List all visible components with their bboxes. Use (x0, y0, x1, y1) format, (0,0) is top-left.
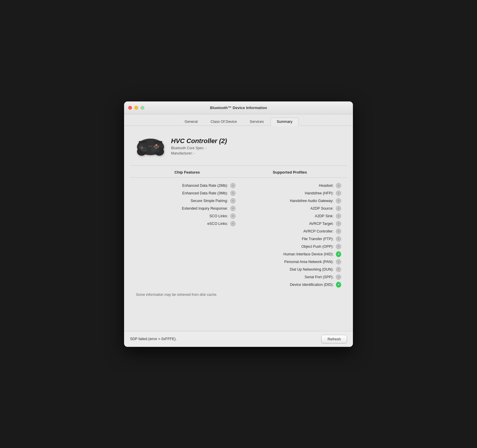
feature-label: Object Push (OPP): (301, 245, 334, 249)
list-item: Personal Area Network (PAN): ✕ (239, 258, 344, 265)
status-x-icon: ✕ (230, 206, 236, 211)
status-icon: ✕ (230, 213, 236, 219)
window: Bluetooth™ Device Information General Cl… (124, 101, 353, 347)
supported-profiles-column: Headset: ✕ Handsfree (HFP): ✕ Handsfree … (239, 182, 344, 288)
feature-label: Human Interface Device (HID): (283, 252, 334, 256)
supported-profiles-header: Supported Profiles (239, 170, 341, 174)
status-icon: ✕ (336, 259, 341, 264)
list-item: Enhanced Data Rate (3Mb): ✕ (133, 190, 239, 197)
list-item: A2DP Sink: ✕ (239, 213, 344, 220)
device-header: HVC Controller (2) Bluetooth Core Spec: … (130, 132, 347, 164)
status-icon: ✕ (336, 244, 341, 249)
list-item: Extended Inquiry Response: ✕ (133, 205, 239, 212)
status-icon: ✕ (336, 206, 341, 211)
list-item: SCO Links: ✕ (133, 213, 239, 220)
svg-point-14 (143, 148, 146, 151)
svg-point-8 (157, 145, 159, 147)
status-icon: ✓ (336, 282, 341, 287)
list-item: File Transfer (FTP): ✕ (239, 235, 344, 242)
divider2 (130, 177, 347, 178)
feature-label: A2DP Sink: (315, 214, 334, 218)
content-area: HVC Controller (2) Bluetooth Core Spec: … (124, 126, 353, 331)
traffic-lights (128, 106, 144, 110)
status-x-icon: ✕ (336, 221, 341, 226)
list-item: Serial Port (SPP): ✕ (239, 274, 344, 281)
list-item: Handsfree (HFP): ✕ (239, 190, 344, 197)
status-x-icon: ✕ (230, 198, 236, 203)
svg-point-16 (152, 148, 155, 151)
tab-summary[interactable]: Summary (270, 118, 298, 126)
status-icon: ✕ (336, 221, 341, 226)
refresh-button[interactable]: Refresh (321, 335, 347, 343)
list-item: Headset: ✕ (239, 182, 344, 189)
status-check-icon: ✓ (336, 251, 341, 257)
status-icon: ✕ (336, 229, 341, 234)
status-x-icon: ✕ (336, 267, 341, 272)
svg-rect-11 (149, 146, 150, 147)
svg-rect-18 (154, 141, 162, 143)
status-icon: ✓ (336, 252, 341, 257)
svg-point-19 (141, 147, 143, 148)
status-icon: ✕ (336, 198, 341, 203)
feature-label: A2DP Source: (310, 206, 334, 211)
close-button[interactable] (128, 106, 132, 110)
maximize-button[interactable] (141, 106, 144, 110)
features-grid: Enhanced Data Rate (2Mb): ✕ Enhanced Dat… (130, 182, 347, 288)
status-icon: ✕ (230, 191, 236, 196)
feature-label: Dial Up Networking (DUN): (290, 267, 334, 271)
svg-point-7 (155, 144, 158, 146)
list-item: A2DP Source: ✕ (239, 205, 344, 212)
feature-label: Secure Simple Pairing: (191, 199, 228, 203)
status-bar: SDP failed (error = 0xFFFE). Refresh (124, 331, 353, 347)
chip-features-column: Enhanced Data Rate (2Mb): ✕ Enhanced Dat… (133, 182, 239, 288)
status-x-icon: ✕ (230, 213, 236, 219)
list-item: Secure Simple Pairing: ✕ (133, 197, 239, 204)
status-x-icon: ✕ (336, 259, 341, 264)
list-item: Enhanced Data Rate (2Mb): ✕ (133, 182, 239, 189)
list-item: Dial Up Networking (DUN): ✕ (239, 266, 344, 273)
svg-rect-12 (151, 146, 152, 147)
title-bar: Bluetooth™ Device Information (124, 101, 353, 114)
status-x-icon: ✕ (230, 183, 236, 188)
chip-features-header: Chip Features (136, 170, 239, 174)
status-x-icon: ✕ (336, 206, 341, 211)
feature-label: SCO Links: (209, 214, 228, 218)
divider (130, 165, 347, 166)
feature-label: File Transfer (FTP): (302, 237, 334, 241)
feature-label: Enhanced Data Rate (2Mb): (182, 184, 228, 188)
status-icon: ✕ (230, 198, 236, 203)
status-x-icon: ✕ (336, 229, 341, 234)
status-text: SDP failed (error = 0xFFFE). (130, 337, 177, 341)
minimize-button[interactable] (134, 106, 138, 110)
list-item: Human Interface Device (HID): ✓ (239, 251, 344, 258)
status-x-icon: ✕ (230, 191, 236, 196)
list-item: Object Push (OPP): ✕ (239, 243, 344, 250)
feature-label: Serial Port (SPP): (305, 275, 334, 279)
status-x-icon: ✕ (336, 274, 341, 280)
status-x-icon: ✕ (336, 191, 341, 196)
status-x-icon: ✕ (336, 236, 341, 242)
status-x-icon: ✕ (336, 213, 341, 219)
manufacturer-label: Manufacturer: (171, 151, 193, 155)
tab-general[interactable]: General (178, 118, 204, 126)
feature-label: Device Identification (DID): (290, 283, 334, 287)
device-name: HVC Controller (2) (171, 137, 227, 145)
status-icon: ✕ (336, 183, 341, 188)
list-item: Handsfree Audio Gateway: ✕ (239, 197, 344, 204)
feature-label: AVRCP Controller: (303, 229, 334, 233)
feature-label: AVRCP Target: (309, 222, 334, 226)
status-icon: ✕ (230, 206, 236, 211)
manufacturer: Manufacturer: - (171, 151, 227, 155)
feature-label: Extended Inquiry Response: (182, 206, 228, 211)
tab-services[interactable]: Services (243, 118, 270, 126)
tabs-bar: General Class Of Device Services Summary (124, 114, 353, 126)
feature-label: Enhanced Data Rate (3Mb): (182, 191, 228, 195)
status-x-icon: ✕ (230, 221, 236, 226)
feature-label: Headset: (319, 184, 334, 188)
status-icon: ✕ (230, 221, 236, 226)
window-title: Bluetooth™ Device Information (210, 106, 267, 110)
tab-class-of-device[interactable]: Class Of Device (204, 118, 243, 126)
status-icon: ✕ (336, 236, 341, 242)
device-info: HVC Controller (2) Bluetooth Core Spec: … (171, 137, 227, 155)
status-x-icon: ✕ (336, 198, 341, 203)
